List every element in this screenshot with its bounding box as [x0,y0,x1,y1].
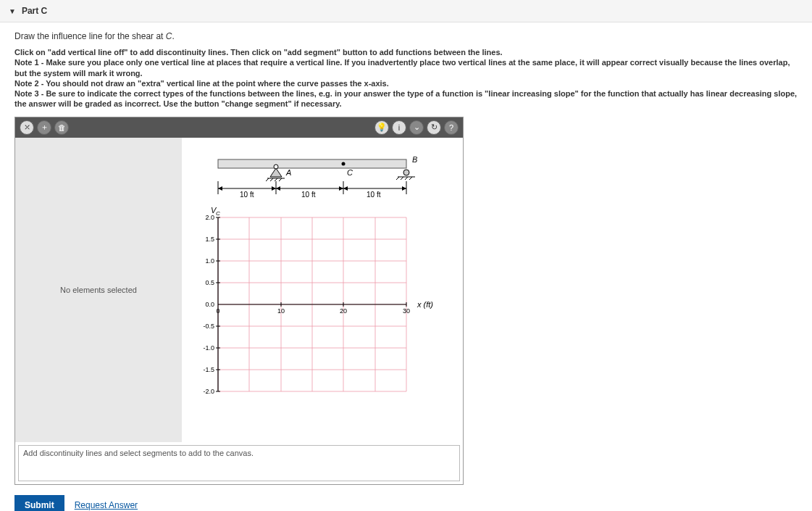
refresh-icon[interactable]: ↻ [427,120,441,135]
part-title: Part C [22,6,47,16]
svg-text:20: 20 [340,307,347,315]
caret-down-icon: ▼ [9,7,16,15]
span2-label: 10 ft [301,191,316,199]
span3-label: 10 ft [367,191,381,199]
help-icon[interactable]: ? [444,120,459,135]
drawing-widget: ⤫ ＋ 🗑 💡 i ⌄ ↻ ? No elements selected [14,117,464,485]
xlabel: x (ft) [417,300,433,309]
svg-line-15 [401,177,403,180]
lightbulb-icon[interactable]: 💡 [374,120,389,135]
svg-text:10: 10 [277,307,285,315]
status-hint: Add discontinuity lines and select segme… [23,449,254,457]
note1-text: - Make sure you place only one vertical … [14,58,790,77]
svg-text:2.0: 2.0 [205,214,214,221]
toolbar-left: ⤫ ＋ 🗑 [20,120,69,135]
notes-intro: Click on "add vertical line off" to add … [14,48,503,57]
note2-label: Note 2 [14,79,39,88]
instructions: Click on "add vertical line off" to add … [14,47,798,109]
svg-line-5 [266,178,269,181]
part-header[interactable]: ▼ Part C [0,0,812,22]
svg-text:30: 30 [403,307,410,315]
drawing-canvas[interactable]: A C B [182,138,463,442]
svg-text:1.0: 1.0 [205,257,214,265]
svg-text:-1.5: -1.5 [203,366,214,373]
svg-marker-30 [402,186,406,191]
svg-text:C: C [216,210,220,217]
svg-line-6 [270,178,273,181]
svg-text:-2.0: -2.0 [203,388,214,395]
note1-label: Note 1 [14,58,39,67]
note3-text: - Be sure to indicate the correct types … [14,89,797,108]
svg-marker-2 [270,168,282,177]
svg-line-8 [279,178,282,181]
svg-marker-26 [272,186,276,191]
span1-label: 10 ft [240,191,254,199]
add-icon[interactable]: ＋ [37,120,51,135]
prompt-text: Draw the influence line for the shear at [14,31,166,41]
svg-text:-1.0: -1.0 [203,344,214,352]
svg-line-7 [275,178,277,181]
info-icon[interactable]: i [392,120,406,135]
svg-line-17 [409,177,412,180]
submit-button[interactable]: Submit [14,495,64,511]
svg-text:A: A [285,168,291,177]
svg-text:B: B [412,155,417,164]
svg-text:1.5: 1.5 [205,236,214,243]
svg-line-14 [396,177,399,180]
canvas-area: No elements selected [15,138,463,442]
svg-marker-25 [218,186,222,191]
prompt-var: C [166,31,172,41]
selection-message: No elements selected [60,286,137,294]
no-elements-icon[interactable]: ⤫ [20,120,34,135]
svg-rect-0 [218,159,406,168]
svg-text:0.5: 0.5 [205,279,214,286]
prompt: Draw the influence line for the shear at… [14,31,798,41]
selection-panel: No elements selected [15,138,182,442]
svg-line-16 [405,177,408,180]
svg-point-12 [403,170,409,175]
action-row: Submit Request Answer [14,495,798,511]
note2-text: - You should not draw an "extra" vertica… [39,79,389,88]
plot-svg: A C B [189,145,450,435]
toolbar-right: 💡 i ⌄ ↻ ? [374,120,459,135]
svg-marker-28 [339,186,343,191]
svg-marker-27 [276,186,280,191]
toolbar: ⤫ ＋ 🗑 💡 i ⌄ ↻ ? [15,117,463,138]
trash-icon[interactable]: 🗑 [54,120,69,135]
svg-text:0: 0 [216,307,219,315]
svg-point-10 [342,162,346,165]
status-bar: Add discontinuity lines and select segme… [18,445,460,481]
chevron-down-icon[interactable]: ⌄ [409,120,424,135]
svg-marker-29 [343,186,348,191]
content-area: Draw the influence line for the shear at… [0,22,812,511]
request-answer-link[interactable]: Request Answer [75,500,138,510]
svg-text:0.0: 0.0 [205,301,214,308]
svg-point-3 [274,165,278,169]
note3-label: Note 3 [14,89,39,98]
svg-text:-0.5: -0.5 [203,323,214,330]
svg-text:C: C [347,168,353,177]
